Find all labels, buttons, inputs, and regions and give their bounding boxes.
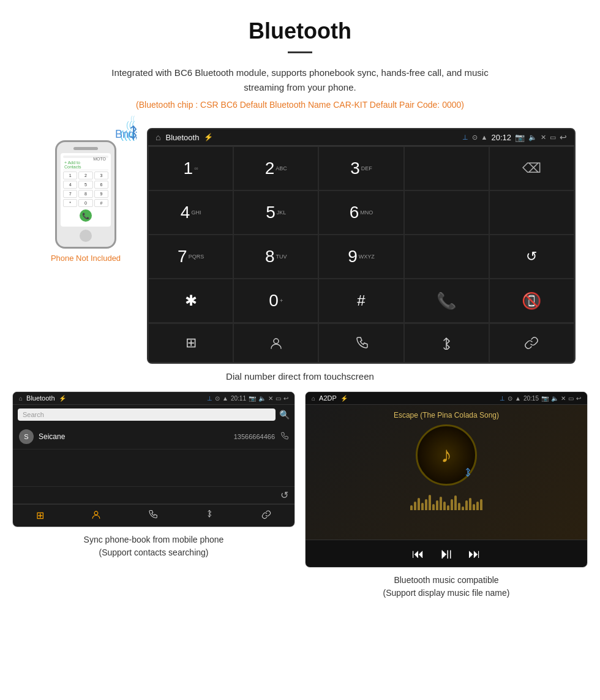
status-left: ⌂ Bluetooth ⚡ (156, 132, 213, 142)
pb-contact-number: 13566664466 (234, 433, 275, 440)
music-caption: Bluetooth music compatible (Support disp… (383, 574, 510, 600)
pb-usb-icon: ⚡ (59, 395, 66, 402)
dial-key-5[interactable]: 5JKL (233, 190, 318, 235)
music-screen: ⌂ A2DP ⚡ ⊥ ⊙ ▲ 20:15 📷 🔈 ✕ ▭ ↩ (306, 392, 587, 567)
music-bt-badge (463, 467, 472, 481)
pb-time: 20:11 (231, 395, 246, 402)
description-text: Integrated with BC6 Bluetooth module, su… (92, 66, 508, 95)
dial-backspace[interactable]: ⌫ (489, 146, 574, 190)
bottom-icon-phone[interactable] (318, 323, 403, 363)
middle-section: (( ((( (((( Bnq; MOTO (0, 122, 600, 364)
pb-search-row: Search 🔍 (13, 405, 294, 424)
dial-key-9[interactable]: 9WXYZ (318, 235, 403, 279)
music-screenshot: ⌂ A2DP ⚡ ⊥ ⊙ ▲ 20:15 📷 🔈 ✕ ▭ ↩ (305, 391, 588, 568)
specs-text: (Bluetooth chip : CSR BC6 Default Blueto… (24, 100, 576, 110)
pb-bt-icon: ⊥ (207, 395, 212, 402)
phone-body: MOTO + Add to Contacts 123 456 789 *0# 📞 (55, 140, 116, 249)
phonebook-card: ⌂ Bluetooth ⚡ ⊥ ⊙ ▲ 20:11 📷 🔈 ✕ ▭ ↩ (12, 391, 295, 600)
location-icon: ⊙ (472, 134, 478, 141)
pb-bottom-grid-icon[interactable]: ⊞ (36, 510, 44, 522)
pb-back-icon: ↩ (283, 395, 288, 402)
dial-key-8[interactable]: 8TUV (233, 235, 318, 279)
title-divider (288, 51, 312, 53)
back-icon: ↩ (560, 132, 567, 142)
dial-call-green[interactable]: 📞 (404, 279, 489, 323)
status-time: 20:12 (491, 133, 511, 142)
music-album-art: ♪ (416, 424, 477, 486)
pb-bottom-call-icon[interactable] (148, 510, 157, 522)
music-bt-icon: ⊥ (500, 395, 505, 402)
pb-search-box[interactable]: Search (18, 408, 276, 421)
dial-key-7[interactable]: 7PQRS (148, 235, 233, 279)
dial-key-4[interactable]: 4GHI (148, 190, 233, 235)
dial-screen-container: ⌂ Bluetooth ⚡ ⊥ ⊙ ▲ 20:12 📷 🔈 ✕ ▭ ↩ (147, 128, 576, 364)
pb-contact-row: S Seicane 13566664466 (13, 424, 294, 450)
music-vol-icon: 🔈 (551, 395, 558, 402)
music-signal-icon: ▲ (515, 395, 521, 402)
pb-bottom-bt-icon[interactable] (204, 510, 214, 522)
music-main: Escape (The Pina Colada Song) ♪ (306, 405, 587, 540)
music-equalizer (410, 492, 482, 510)
page-title: Bluetooth (24, 18, 576, 44)
music-win-icon: ▭ (568, 395, 574, 402)
x-icon: ✕ (541, 134, 546, 141)
pb-title: Bluetooth (26, 394, 54, 402)
music-loc-icon: ⊙ (508, 395, 512, 402)
bluetooth-status-icon: ⊥ (462, 134, 468, 141)
signal-icon: ▲ (481, 134, 488, 141)
dial-key-3[interactable]: 3DEF (318, 146, 403, 190)
pb-home-icon: ⌂ (19, 395, 23, 402)
pb-camera-icon: 📷 (249, 395, 256, 402)
header-section: Bluetooth Integrated with BC6 Bluetooth … (0, 0, 600, 122)
dial-refresh[interactable]: ↺ (489, 235, 574, 279)
dial-empty-2 (404, 190, 489, 235)
phonebook-screen: ⌂ Bluetooth ⚡ ⊥ ⊙ ▲ 20:11 📷 🔈 ✕ ▭ ↩ (13, 392, 294, 527)
pb-vol-icon: 🔈 (258, 395, 266, 402)
pb-bottom-link-icon[interactable] (261, 510, 271, 522)
phonebook-screenshot: ⌂ Bluetooth ⚡ ⊥ ⊙ ▲ 20:11 📷 🔈 ✕ ▭ ↩ (12, 391, 295, 527)
dial-key-hash[interactable]: # (318, 279, 403, 323)
music-statusbar: ⌂ A2DP ⚡ ⊥ ⊙ ▲ 20:15 📷 🔈 ✕ ▭ ↩ (306, 392, 587, 405)
dial-key-2[interactable]: 2ABC (233, 146, 318, 190)
bottom-icon-bluetooth[interactable] (404, 323, 489, 363)
dial-key-6[interactable]: 6MNO (318, 190, 403, 235)
pb-bottom-person-icon[interactable] (91, 510, 101, 522)
dial-key-star[interactable]: ✱ (148, 279, 233, 323)
bottom-icon-contacts[interactable] (233, 323, 318, 363)
play-pause-button[interactable]: ⏯ (439, 545, 454, 562)
dial-key-1[interactable]: 1∞ (148, 146, 233, 190)
pb-search-icon[interactable]: 🔍 (279, 410, 290, 420)
dial-empty-4 (404, 235, 489, 279)
phone-speaker (73, 147, 98, 150)
pb-x-icon: ✕ (268, 395, 273, 402)
phone-graphic: (( ((( (((( Bnq; MOTO (49, 140, 122, 249)
phone-home-button[interactable] (80, 230, 92, 242)
phone-not-included-label: Phone Not Included (51, 254, 121, 263)
dial-key-0[interactable]: 0+ (233, 279, 318, 323)
camera-icon: 📷 (515, 133, 525, 142)
phone-container: (( ((( (((( Bnq; MOTO (24, 128, 147, 263)
pb-contact-avatar: S (19, 429, 34, 444)
volume-icon: 🔈 (528, 134, 537, 141)
pb-signal-icon: ▲ (222, 395, 228, 402)
svg-point-0 (274, 339, 279, 344)
music-title: A2DP (319, 394, 337, 402)
music-camera-icon: 📷 (541, 395, 549, 402)
phone-call-button[interactable]: 📞 (80, 209, 92, 222)
dial-call-red[interactable]: 📵 (489, 279, 574, 323)
usb-icon: ⚡ (204, 133, 213, 141)
music-home-icon: ⌂ (312, 395, 315, 402)
phonebook-caption: Sync phone-book from mobile phone (Suppo… (84, 533, 224, 559)
pb-refresh-icon[interactable]: ↺ (280, 489, 288, 501)
prev-track-button[interactable]: ⏮ (412, 547, 424, 561)
next-track-button[interactable]: ⏭ (468, 547, 481, 561)
pb-refresh-row: ↺ (13, 486, 294, 504)
pb-call-icon[interactable] (280, 432, 288, 442)
bottom-icon-link[interactable] (489, 323, 574, 363)
music-back-icon: ↩ (576, 395, 581, 402)
pb-empty-space (13, 450, 294, 486)
dial-statusbar: ⌂ Bluetooth ⚡ ⊥ ⊙ ▲ 20:12 📷 🔈 ✕ ▭ ↩ (148, 129, 574, 146)
bottom-icon-grid[interactable]: ⊞ (148, 323, 233, 363)
dial-empty-3 (489, 190, 574, 235)
dialpad-grid: 1∞ 2ABC 3DEF ⌫ 4GHI 5JKL 6MNO 7PQRS 8TUV… (148, 146, 574, 323)
